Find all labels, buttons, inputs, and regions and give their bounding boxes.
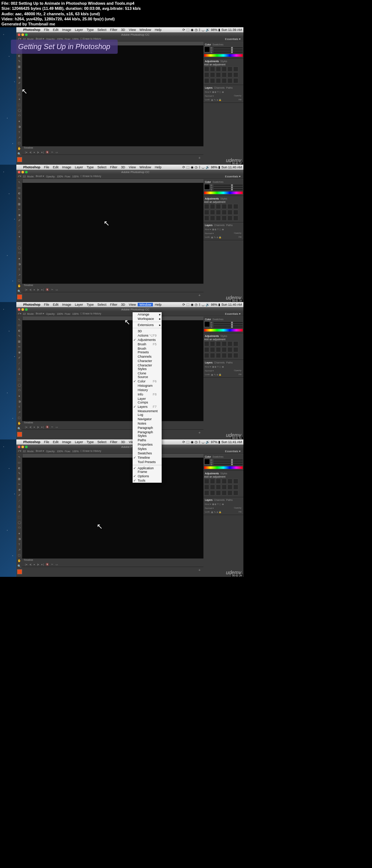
bt-icon[interactable]: ᛒ	[199, 28, 201, 32]
max-icon[interactable]	[25, 171, 28, 173]
adj-btn[interactable]	[233, 210, 238, 215]
close-icon[interactable]	[18, 308, 20, 311]
tab-color[interactable]: Color	[205, 43, 211, 46]
dropbox-icon[interactable]: ⬚	[186, 303, 190, 306]
adj-btn[interactable]	[210, 490, 215, 495]
sync-icon[interactable]: ⟳	[182, 165, 185, 169]
dropbox-icon[interactable]: ⬚	[186, 165, 190, 169]
tl-trans[interactable]: ▭	[56, 426, 58, 429]
tool-7[interactable]: ✐	[17, 355, 22, 360]
tool-2[interactable]: ◐	[17, 190, 22, 196]
kind-filter[interactable]: Kind ▾	[205, 365, 211, 368]
clock[interactable]: Sun 11:41 AM	[221, 440, 242, 444]
adj-btn[interactable]	[216, 204, 221, 209]
kind-filter[interactable]: Kind ▾	[205, 228, 211, 230]
wm-adjustments[interactable]: Adjustments	[133, 338, 162, 342]
battery-pct[interactable]: 97%	[211, 440, 217, 444]
tool-17[interactable]: ↗	[17, 410, 22, 415]
tool-13[interactable]: ⬭	[17, 250, 22, 256]
menu-image[interactable]: Image	[60, 165, 73, 169]
clock[interactable]: Sun 11:40 AM	[221, 303, 242, 306]
tl-mute[interactable]: 🔇	[46, 426, 49, 429]
tl-first[interactable]: |◂	[25, 563, 27, 566]
adj-btn[interactable]	[233, 204, 238, 209]
tool-5[interactable]: ✂	[17, 344, 22, 349]
mode-select[interactable]: Brush ▾	[36, 450, 44, 453]
menu-image[interactable]: Image	[60, 440, 73, 444]
color-swatch[interactable]	[204, 321, 210, 327]
menu-type[interactable]: Type	[85, 28, 96, 32]
tool-8[interactable]: ⟋	[17, 498, 22, 503]
tool-15[interactable]: ◑	[17, 536, 22, 541]
adj-btn[interactable]	[227, 72, 232, 77]
adj-btn[interactable]	[222, 78, 227, 83]
fg-color[interactable]	[17, 294, 22, 300]
menu-edit[interactable]: Edit	[51, 440, 61, 444]
tool-6[interactable]: ◉	[17, 350, 22, 355]
wm-navigator[interactable]: Navigator	[133, 417, 162, 421]
wm-arrange[interactable]: Arrange	[133, 312, 162, 317]
shield-icon[interactable]: ◉	[191, 303, 194, 306]
adj-btn[interactable]	[204, 485, 209, 490]
tool-9[interactable]: △	[17, 91, 22, 96]
slider-B[interactable]	[214, 52, 243, 53]
tab-swatches[interactable]: Swatches	[213, 43, 223, 46]
battery-pct[interactable]: 98%	[211, 28, 217, 32]
tl-trans[interactable]: ▭	[56, 563, 58, 566]
adj-btn[interactable]	[204, 204, 209, 209]
wm-histogram[interactable]: Histogram	[133, 383, 162, 388]
tab-styles[interactable]: Styles	[221, 335, 227, 337]
adj-btn[interactable]	[210, 210, 215, 215]
menu-image[interactable]: Image	[60, 28, 73, 32]
adj-btn[interactable]	[210, 67, 215, 72]
tl-add[interactable]: +	[198, 568, 201, 572]
tool-8[interactable]: ⟋	[17, 86, 22, 91]
tab-channels[interactable]: Channels	[214, 87, 225, 89]
adj-btn[interactable]	[204, 216, 209, 221]
menu-edit[interactable]: Edit	[51, 303, 61, 306]
wm-measurement-log[interactable]: Measurement Log	[133, 409, 162, 417]
adj-btn[interactable]	[222, 347, 227, 352]
menu-3d[interactable]: 3D	[119, 303, 127, 306]
tool-9[interactable]: △	[17, 366, 22, 371]
menu-window[interactable]: Window	[138, 165, 153, 169]
clock-icon[interactable]: ◷	[195, 28, 198, 32]
tl-mute[interactable]: 🔇	[46, 288, 49, 291]
tl-cut[interactable]: ✂	[51, 151, 53, 154]
tool-4[interactable]: ▦	[17, 201, 22, 206]
menu-help[interactable]: Help	[153, 303, 163, 306]
bt-icon[interactable]: ᛒ	[199, 303, 201, 306]
tl-last[interactable]: ▸|	[41, 288, 44, 291]
shield-icon[interactable]: ◉	[191, 28, 194, 32]
tool-preset[interactable]: ✐▾	[18, 175, 21, 178]
wm-paths[interactable]: Paths	[133, 438, 162, 442]
tool-11[interactable]: ⬚	[17, 102, 22, 107]
tool-9[interactable]: △	[17, 503, 22, 509]
color-swatch[interactable]	[204, 459, 210, 465]
adj-btn[interactable]	[216, 216, 221, 221]
tl-last[interactable]: ▸|	[41, 151, 44, 154]
tool-2[interactable]: ◐	[17, 465, 22, 470]
adj-btn[interactable]	[222, 479, 227, 484]
slider-B[interactable]	[214, 326, 243, 327]
menu-filter[interactable]: Filter	[108, 303, 119, 306]
adj-btn[interactable]	[233, 485, 238, 490]
menu-help[interactable]: Help	[153, 165, 163, 169]
brush-size[interactable]: 22	[23, 313, 26, 315]
adj-btn[interactable]	[204, 78, 209, 83]
adj-btn[interactable]	[227, 341, 232, 346]
color-swatch[interactable]	[204, 47, 210, 52]
blend-mode[interactable]: Normal ▾	[205, 507, 214, 509]
tab-channels[interactable]: Channels	[214, 361, 225, 364]
adj-btn[interactable]	[210, 72, 215, 77]
hue-strip[interactable]	[204, 54, 243, 57]
brush-size[interactable]: 22	[23, 175, 26, 178]
adj-btn[interactable]	[222, 72, 227, 77]
adj-btn[interactable]	[204, 67, 209, 72]
adj-btn[interactable]	[222, 490, 227, 495]
canvas[interactable]	[22, 320, 203, 421]
menu-type[interactable]: Type	[85, 440, 96, 444]
tool-10[interactable]: ✦	[17, 509, 22, 514]
menu-3d[interactable]: 3D	[119, 28, 127, 32]
menu-filter[interactable]: Filter	[108, 440, 119, 444]
